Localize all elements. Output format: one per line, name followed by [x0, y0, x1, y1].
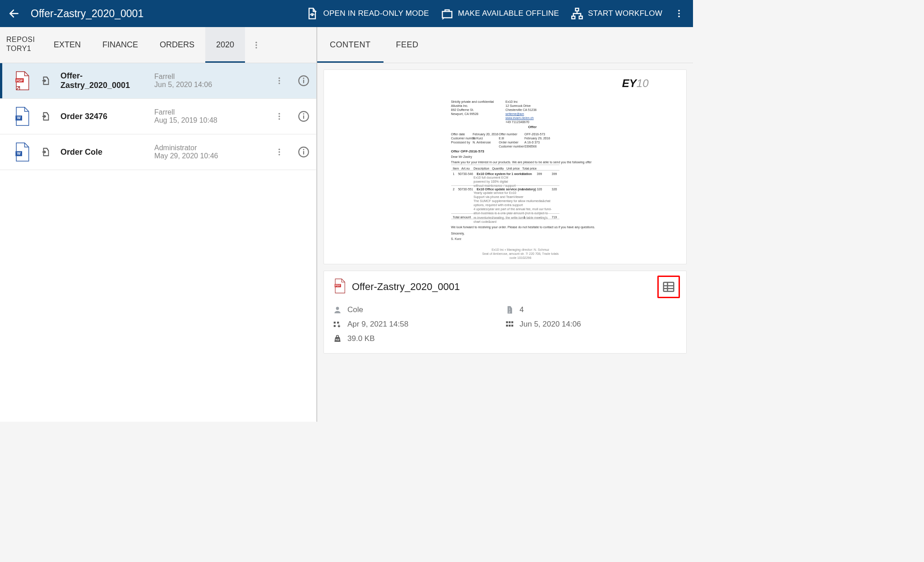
open-readonly-label: OPEN IN READ-ONLY MODE	[323, 9, 429, 18]
make-offline-button[interactable]: MAKE AVAILABLE OFFLINE	[441, 7, 559, 20]
weight-icon: KB	[333, 334, 342, 343]
right-tabs: CONTENT FEED	[317, 27, 693, 63]
svg-point-8	[678, 16, 680, 18]
svg-point-54	[337, 336, 339, 338]
briefcase-icon	[441, 7, 453, 20]
svg-point-14	[278, 78, 280, 79]
svg-point-9	[255, 41, 257, 43]
document-eye-icon	[306, 7, 319, 20]
info-title: Offer-Zastry_2020_0001	[352, 281, 460, 293]
row-info-button[interactable]	[297, 74, 310, 87]
row-more-button[interactable]	[273, 146, 286, 158]
svg-point-6	[678, 10, 680, 12]
calendar-icon	[505, 320, 514, 329]
info-owner: Cole	[333, 305, 505, 314]
svg-rect-50	[511, 321, 513, 323]
row-info-button[interactable]	[297, 146, 310, 158]
svg-point-10	[255, 44, 257, 46]
svg-point-23	[278, 115, 280, 117]
list-item[interactable]: PDF Offer-Zastry_2020_0001 Farrell Jun 5…	[0, 63, 316, 99]
info-modified: Apr 9, 2021 14:58	[333, 320, 505, 329]
document-list: PDF Offer-Zastry_2020_0001 Farrell Jun 5…	[0, 63, 316, 422]
svg-rect-38	[664, 282, 674, 291]
doc-icon: W	[13, 107, 32, 126]
svg-rect-48	[506, 321, 508, 323]
document-preview[interactable]: EY10 Strictly private and confidentialAl…	[323, 69, 687, 264]
svg-text:PDF: PDF	[16, 78, 23, 83]
info-size: KB 39.0 KB	[333, 334, 505, 343]
svg-point-16	[278, 83, 280, 84]
open-readonly-button[interactable]: OPEN IN READ-ONLY MODE	[306, 7, 429, 20]
svg-text:KB: KB	[336, 338, 339, 341]
svg-rect-52	[508, 325, 510, 327]
doc-date: May 29, 2020 10:46	[154, 152, 218, 160]
breadcrumb-item-exten[interactable]: EXTEN	[43, 27, 92, 63]
open-location-icon	[41, 111, 51, 122]
tab-content[interactable]: CONTENT	[317, 27, 383, 63]
svg-point-32	[278, 154, 280, 155]
open-location-icon	[41, 147, 51, 157]
pdf-icon: PDF	[13, 71, 32, 90]
back-button[interactable]	[6, 6, 22, 21]
doc-author: Administrator	[154, 144, 218, 152]
svg-rect-53	[511, 325, 513, 327]
svg-rect-2	[443, 11, 452, 18]
svg-text:2: 2	[508, 310, 510, 313]
list-item[interactable]: W Order Cole Administrator May 29, 2020 …	[0, 134, 316, 170]
svg-rect-3	[576, 8, 579, 11]
doc-name: Order Cole	[60, 147, 151, 157]
doc-author: Farrell	[154, 108, 217, 116]
breadcrumb-item-finance[interactable]: FINANCE	[92, 27, 149, 63]
svg-rect-47	[337, 322, 339, 323]
breadcrumb-more[interactable]	[245, 27, 268, 63]
doc-date: Aug 15, 2019 10:48	[154, 116, 217, 124]
svg-point-11	[255, 47, 257, 48]
info-created: Jun 5, 2020 14:06	[505, 320, 678, 329]
svg-point-27	[303, 113, 305, 115]
row-more-button[interactable]	[273, 110, 286, 123]
svg-point-22	[278, 113, 280, 115]
pdf-icon: PDF	[333, 278, 346, 295]
download-date-icon	[333, 320, 342, 329]
details-view-button[interactable]	[657, 276, 680, 298]
svg-point-42	[336, 307, 339, 310]
svg-rect-45	[334, 322, 336, 323]
svg-point-31	[278, 151, 280, 152]
app-bar: Offer-Zastry_2020_0001 OPEN IN READ-ONLY…	[0, 0, 693, 27]
more-menu-button[interactable]	[671, 6, 687, 21]
breadcrumb-item-2020[interactable]: 2020	[205, 27, 245, 63]
page-title: Offer-Zastry_2020_0001	[31, 8, 143, 20]
list-item[interactable]: W Order 32476 Farrell Aug 15, 2019 10:48	[0, 99, 316, 134]
svg-text:W: W	[17, 116, 21, 120]
make-offline-label: MAKE AVAILABLE OFFLINE	[458, 9, 559, 18]
left-pane: REPOSITORY1 EXTEN FINANCE ORDERS 2020 PD…	[0, 27, 317, 422]
svg-point-24	[278, 118, 280, 120]
svg-text:PDF: PDF	[335, 284, 341, 287]
breadcrumb-root[interactable]: REPOSITORY1	[0, 27, 43, 63]
workflow-icon	[571, 7, 583, 20]
svg-rect-4	[572, 16, 575, 19]
row-more-button[interactable]	[273, 74, 286, 87]
info-pages: 12 4	[505, 305, 678, 314]
svg-point-1	[311, 14, 314, 16]
doc-name: Order 32476	[60, 112, 151, 121]
doc-date: Jun 5, 2020 14:06	[154, 81, 212, 89]
doc-name: Offer-Zastry_2020_0001	[60, 71, 151, 90]
info-card: PDF Offer-Zastry_2020_0001 Cole	[323, 271, 687, 354]
row-info-button[interactable]	[297, 110, 310, 123]
svg-rect-5	[579, 16, 582, 19]
tab-feed[interactable]: FEED	[383, 27, 431, 63]
svg-point-15	[278, 80, 280, 81]
breadcrumb-item-orders[interactable]: ORDERS	[149, 27, 205, 63]
svg-rect-46	[334, 325, 336, 327]
start-workflow-label: START WORKFLOW	[588, 9, 662, 18]
svg-point-7	[678, 13, 680, 14]
start-workflow-button[interactable]: START WORKFLOW	[571, 7, 662, 20]
document-thumbnail: EY10 Strictly private and confidentialAl…	[356, 74, 654, 259]
doc-icon: W	[13, 143, 32, 161]
open-location-icon	[41, 75, 51, 86]
svg-point-30	[278, 149, 280, 150]
svg-point-19	[303, 78, 305, 79]
person-icon	[333, 305, 342, 314]
svg-text:W: W	[17, 152, 21, 156]
